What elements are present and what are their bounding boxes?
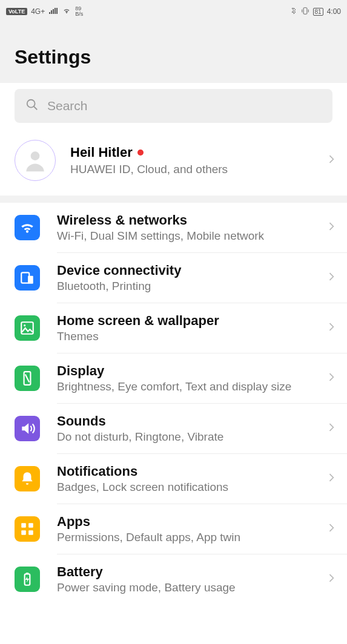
status-bar: VoLTE 4G+ 89 B/s 81 4:00 <box>0 0 347 23</box>
chevron-right-icon <box>325 472 337 486</box>
settings-row-sound[interactable]: Sounds Do not disturb, Ringtone, Vibrate <box>0 404 347 453</box>
row-subtext: Badges, Lock screen notifications <box>57 481 325 494</box>
account-name: Heil Hitler <box>70 145 133 160</box>
row-title: Battery <box>57 564 325 580</box>
chevron-right-icon <box>325 572 337 586</box>
chevron-right-icon <box>325 421 337 436</box>
chevron-right-icon <box>325 153 337 168</box>
row-title: Device connectivity <box>57 263 325 278</box>
clock: 4:00 <box>327 7 341 16</box>
svg-point-2 <box>31 151 40 160</box>
volte-icon: VoLTE <box>6 8 27 15</box>
avatar <box>15 140 56 181</box>
battery-icon <box>15 567 40 592</box>
settings-row-wifi[interactable]: Wireless & networks Wi-Fi, Dual SIM sett… <box>0 203 347 252</box>
vibrate-icon <box>301 7 309 17</box>
settings-list: Wireless & networks Wi-Fi, Dual SIM sett… <box>0 203 347 604</box>
chevron-right-icon <box>325 371 337 386</box>
row-subtext: Brightness, Eye comfort, Text and displa… <box>57 380 325 393</box>
search-input[interactable]: Search <box>15 89 332 123</box>
devices-icon <box>15 265 40 291</box>
chevron-right-icon <box>325 321 337 335</box>
row-subtext: Bluetooth, Printing <box>57 280 325 293</box>
wifi-icon <box>62 7 71 16</box>
signal-icon: 4G+ <box>31 7 45 16</box>
bluetooth-icon <box>290 7 297 17</box>
notification-dot-icon <box>137 150 144 156</box>
chevron-right-icon <box>325 220 337 235</box>
settings-row-bell[interactable]: Notifications Badges, Lock screen notifi… <box>0 454 347 504</box>
search-container: Search <box>0 83 347 129</box>
search-icon <box>25 98 39 114</box>
account-row[interactable]: Heil Hitler HUAWEI ID, Cloud, and others <box>0 129 347 196</box>
row-title: Notifications <box>57 464 325 479</box>
apps-icon <box>15 516 40 542</box>
row-subtext: Permissions, Default apps, App twin <box>57 531 325 544</box>
sound-icon <box>15 416 40 441</box>
settings-row-phone[interactable]: Display Brightness, Eye comfort, Text an… <box>0 353 347 403</box>
page-header: Settings <box>0 23 347 83</box>
wifi-icon <box>15 215 40 240</box>
row-title: Apps <box>57 514 325 530</box>
account-subtext: HUAWEI ID, Cloud, and others <box>70 163 325 176</box>
bell-icon <box>15 466 40 491</box>
svg-rect-0 <box>303 7 307 14</box>
search-placeholder: Search <box>47 99 88 113</box>
row-subtext: Wi-Fi, Dual SIM settings, Mobile network <box>57 229 325 243</box>
row-title: Home screen & wallpaper <box>57 313 325 329</box>
network-speed: 89 B/s <box>75 6 83 17</box>
status-left: VoLTE 4G+ 89 B/s <box>6 6 83 17</box>
row-title: Sounds <box>57 413 325 429</box>
settings-row-image[interactable]: Home screen & wallpaper Themes <box>0 303 347 353</box>
image-icon <box>15 315 40 341</box>
svg-point-1 <box>27 99 35 107</box>
page-title: Settings <box>15 46 332 68</box>
row-subtext: Power saving mode, Battery usage <box>57 581 325 594</box>
row-title: Wireless & networks <box>57 212 325 228</box>
settings-row-devices[interactable]: Device connectivity Bluetooth, Printing <box>0 253 347 303</box>
row-subtext: Themes <box>57 330 325 343</box>
signal-bars-icon <box>48 7 58 16</box>
settings-row-apps[interactable]: Apps Permissions, Default apps, App twin <box>0 504 347 554</box>
phone-icon <box>15 366 40 391</box>
section-separator <box>0 196 347 203</box>
chevron-right-icon <box>325 522 337 536</box>
chevron-right-icon <box>325 271 337 285</box>
row-subtext: Do not disturb, Ringtone, Vibrate <box>57 430 325 444</box>
settings-row-battery[interactable]: Battery Power saving mode, Battery usage <box>0 554 347 604</box>
battery-icon: 81 <box>313 8 323 16</box>
row-title: Display <box>57 363 325 379</box>
status-right: 81 4:00 <box>290 7 341 17</box>
